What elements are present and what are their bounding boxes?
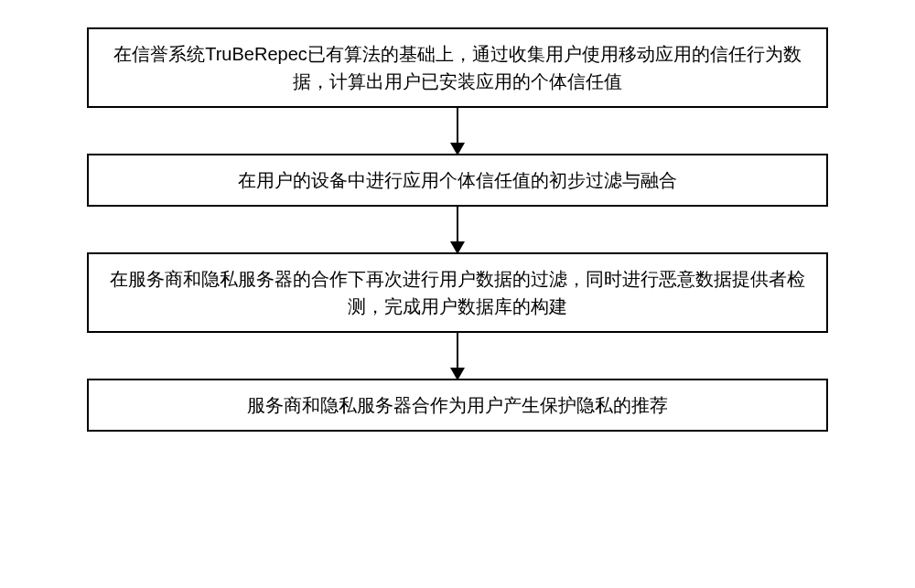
step-box-s103: S103 在服务商和隐私服务器的合作下再次进行用户数据的过滤，同时进行恶意数据提… (87, 252, 828, 333)
flowchart-diagram: S101 在信誉系统TruBeRepec已有算法的基础上，通过收集用户使用移动应… (0, 0, 915, 588)
arrow-s102-s103 (87, 207, 828, 252)
step-box-s102: S102 在用户的设备中进行应用个体信任值的初步过滤与融合 (87, 154, 828, 207)
step-text-s104: 服务商和隐私服务器合作为用户产生保护隐私的推荐 (247, 391, 668, 419)
step-text-s103: 在服务商和隐私服务器的合作下再次进行用户数据的过滤，同时进行恶意数据提供者检测，… (107, 265, 808, 320)
step-text-s102: 在用户的设备中进行应用个体信任值的初步过滤与融合 (238, 166, 677, 194)
arrow-s103-s104 (87, 333, 828, 379)
step-box-s101: S101 在信誉系统TruBeRepec已有算法的基础上，通过收集用户使用移动应… (87, 27, 828, 108)
step-text-s101: 在信誉系统TruBeRepec已有算法的基础上，通过收集用户使用移动应用的信任行… (107, 40, 808, 95)
step-box-s104: S104 服务商和隐私服务器合作为用户产生保护隐私的推荐 (87, 379, 828, 432)
arrow-s101-s102 (87, 108, 828, 154)
